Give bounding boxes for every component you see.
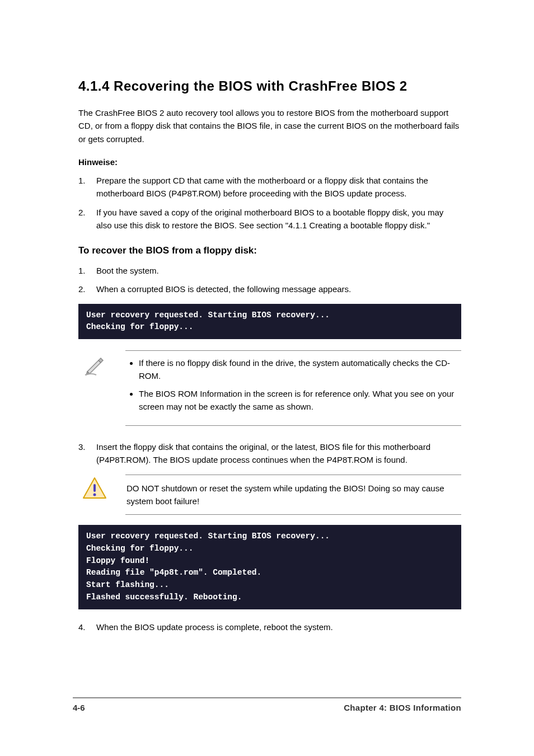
page-footer: 4-6 Chapter 4: BIOS Information [73,697,461,712]
warning-block: DO NOT shutdown or reset the system whil… [78,475,461,515]
warning-text: DO NOT shutdown or reset the system whil… [125,475,461,515]
note-block: If there is no floppy disk found in the … [78,350,461,426]
svg-point-1 [93,493,96,496]
note-bullet: If there is no floppy disk found in the … [139,356,460,383]
svg-rect-0 [93,484,96,492]
terminal-output: User recovery requested. Starting BIOS r… [78,304,461,340]
step-item: 4. When the BIOS update process is compl… [78,621,461,633]
hint-item: 2. If you have saved a copy of the origi… [78,206,461,232]
intro-paragraph: The CrashFree BIOS 2 auto recovery tool … [78,106,461,145]
hint-item: 1. Prepare the support CD that came with… [78,174,461,200]
subheading-floppy: To recover the BIOS from a floppy disk: [78,245,461,256]
note-bullet: The BIOS ROM Information in the screen i… [139,387,460,414]
section-heading: 4.1.4 Recovering the BIOS with CrashFree… [78,78,461,94]
step-item: 2. When a corrupted BIOS is detected, th… [78,283,461,295]
page-number: 4-6 [73,703,85,712]
step-item: 1. Boot the system. [78,264,461,277]
hints-heading: Hinweise: [78,156,461,168]
step-item: 3. Insert the floppy disk that contains … [78,440,461,467]
pencil-icon [82,351,107,377]
chapter-label: Chapter 4: BIOS Information [344,703,461,712]
warning-icon [81,476,108,500]
terminal-output: User recovery requested. Starting BIOS r… [78,525,461,609]
